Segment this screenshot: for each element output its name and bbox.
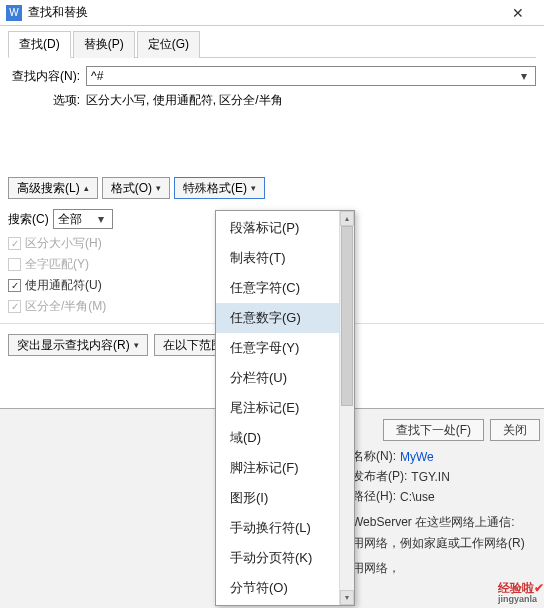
find-next-button[interactable]: 查找下一处(F): [383, 419, 484, 441]
prop-path-value: C:\use: [400, 490, 435, 504]
watermark: 经验啦✔ jingyanla: [498, 579, 544, 604]
menu-item[interactable]: 任意字符(C): [216, 273, 354, 303]
find-value: ^#: [91, 69, 103, 83]
chevron-down-icon[interactable]: ▾: [517, 69, 531, 83]
prop-path-label: 路径(H):: [352, 488, 396, 505]
special-format-button[interactable]: 特殊格式(E)▾: [174, 177, 265, 199]
direction-label: 搜索(C): [8, 211, 49, 228]
menu-item[interactable]: 图形(I): [216, 483, 354, 513]
menu-item[interactable]: 尾注标记(E): [216, 393, 354, 423]
close-icon[interactable]: ✕: [498, 0, 538, 26]
tab-strip: 查找(D) 替换(P) 定位(G): [8, 30, 536, 58]
special-format-menu: ▴ ▾ 段落标记(P)制表符(T)任意字符(C)任意数字(G)任意字母(Y)分栏…: [215, 210, 355, 606]
menu-item[interactable]: 任意数字(G): [216, 303, 354, 333]
menu-scrollbar[interactable]: ▴ ▾: [339, 211, 354, 605]
advanced-search-button[interactable]: 高级搜索(L)▴: [8, 177, 98, 199]
prop-publisher-label: 发布者(P):: [352, 468, 407, 485]
tab-goto[interactable]: 定位(G): [137, 31, 200, 58]
chevron-down-icon[interactable]: ▾: [94, 212, 108, 226]
menu-item[interactable]: 脚注标记(F): [216, 453, 354, 483]
direction-value: 全部: [58, 211, 82, 228]
options-label: 选项:: [8, 92, 86, 109]
network-option-2: 用网络，: [352, 560, 542, 577]
find-input[interactable]: ^# ▾: [86, 66, 536, 86]
menu-item[interactable]: 域(D): [216, 423, 354, 453]
options-value: 区分大小写, 使用通配符, 区分全/半角: [86, 92, 536, 109]
menu-item[interactable]: 手动换行符(L): [216, 513, 354, 543]
tab-replace[interactable]: 替换(P): [73, 31, 135, 58]
options-row: 选项: 区分大小写, 使用通配符, 区分全/半角: [8, 92, 536, 109]
menu-item[interactable]: 段落标记(P): [216, 213, 354, 243]
scroll-up-icon[interactable]: ▴: [340, 211, 354, 226]
find-row: 查找内容(N): ^# ▾: [8, 66, 536, 86]
app-icon: W: [6, 5, 22, 21]
highlight-button[interactable]: 突出显示查找内容(R)▾: [8, 334, 148, 356]
menu-item[interactable]: 任意字母(Y): [216, 333, 354, 363]
titlebar: W 查找和替换 ✕: [0, 0, 544, 26]
prop-name-value[interactable]: MyWe: [400, 450, 434, 464]
prop-name-label: 名称(N):: [352, 448, 396, 465]
chevron-up-icon: ▴: [84, 183, 89, 193]
window-title: 查找和替换: [28, 4, 498, 21]
properties-pane: 名称(N):MyWe 发布者(P):TGY.IN 路径(H):C:\use We…: [352, 445, 542, 577]
format-button[interactable]: 格式(O)▾: [102, 177, 170, 199]
close-button[interactable]: 关闭: [490, 419, 540, 441]
chevron-down-icon: ▾: [134, 340, 139, 350]
chevron-down-icon: ▾: [251, 183, 256, 193]
tab-find[interactable]: 查找(D): [8, 31, 71, 58]
menu-item[interactable]: 分节符(O): [216, 573, 354, 603]
direction-select[interactable]: 全部 ▾: [53, 209, 113, 229]
scroll-thumb[interactable]: [341, 226, 353, 406]
scroll-down-icon[interactable]: ▾: [340, 590, 354, 605]
network-header: WebServer 在这些网络上通信:: [352, 514, 542, 531]
find-label: 查找内容(N):: [8, 68, 86, 85]
mid-buttons: 高级搜索(L)▴ 格式(O)▾ 特殊格式(E)▾: [8, 177, 536, 199]
prop-publisher-value: TGY.IN: [411, 470, 449, 484]
menu-item[interactable]: 分栏符(U): [216, 363, 354, 393]
chevron-down-icon: ▾: [156, 183, 161, 193]
menu-item[interactable]: 制表符(T): [216, 243, 354, 273]
menu-item[interactable]: 手动分页符(K): [216, 543, 354, 573]
network-option-1: 用网络，例如家庭或工作网络(R): [352, 535, 542, 552]
